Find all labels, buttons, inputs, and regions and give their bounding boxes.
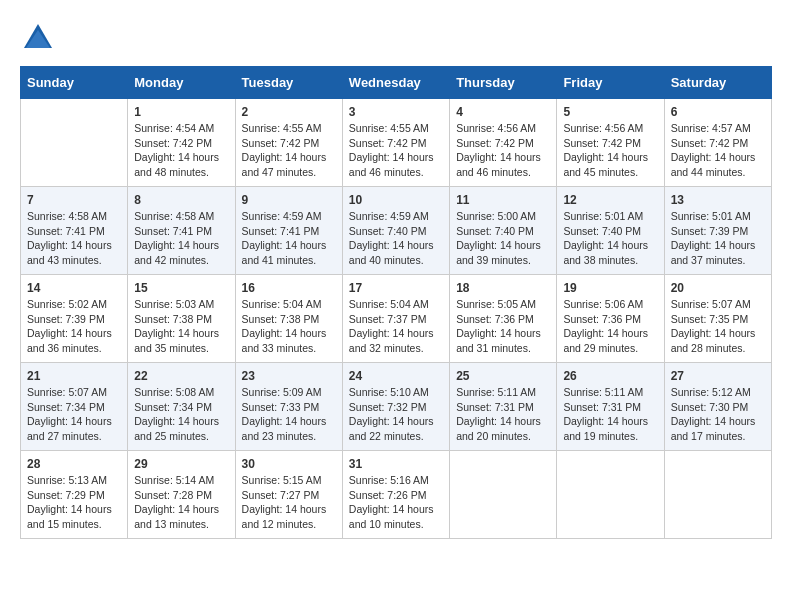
sunrise: Sunrise: 4:59 AM <box>349 210 429 222</box>
daylight: Daylight: 14 hours and 19 minutes. <box>563 415 648 442</box>
cell-info: Sunrise: 4:54 AM Sunset: 7:42 PM Dayligh… <box>134 121 228 180</box>
week-row-3: 21 Sunrise: 5:07 AM Sunset: 7:34 PM Dayl… <box>21 363 772 451</box>
cell-info: Sunrise: 5:11 AM Sunset: 7:31 PM Dayligh… <box>563 385 657 444</box>
daylight: Daylight: 14 hours and 22 minutes. <box>349 415 434 442</box>
calendar-cell: 16 Sunrise: 5:04 AM Sunset: 7:38 PM Dayl… <box>235 275 342 363</box>
sunset: Sunset: 7:40 PM <box>349 225 427 237</box>
cell-info: Sunrise: 5:01 AM Sunset: 7:40 PM Dayligh… <box>563 209 657 268</box>
daylight: Daylight: 14 hours and 13 minutes. <box>134 503 219 530</box>
day-number: 10 <box>349 193 443 207</box>
sunrise: Sunrise: 5:15 AM <box>242 474 322 486</box>
weekday-header-friday: Friday <box>557 67 664 99</box>
weekday-header-sunday: Sunday <box>21 67 128 99</box>
daylight: Daylight: 14 hours and 41 minutes. <box>242 239 327 266</box>
sunset: Sunset: 7:30 PM <box>671 401 749 413</box>
calendar-cell: 9 Sunrise: 4:59 AM Sunset: 7:41 PM Dayli… <box>235 187 342 275</box>
sunrise: Sunrise: 5:04 AM <box>242 298 322 310</box>
sunset: Sunset: 7:27 PM <box>242 489 320 501</box>
sunset: Sunset: 7:36 PM <box>456 313 534 325</box>
sunset: Sunset: 7:32 PM <box>349 401 427 413</box>
calendar-cell: 7 Sunrise: 4:58 AM Sunset: 7:41 PM Dayli… <box>21 187 128 275</box>
sunrise: Sunrise: 5:01 AM <box>563 210 643 222</box>
sunset: Sunset: 7:42 PM <box>242 137 320 149</box>
sunrise: Sunrise: 5:03 AM <box>134 298 214 310</box>
calendar-cell: 24 Sunrise: 5:10 AM Sunset: 7:32 PM Dayl… <box>342 363 449 451</box>
calendar-cell <box>450 451 557 539</box>
sunrise: Sunrise: 4:58 AM <box>27 210 107 222</box>
calendar-cell: 3 Sunrise: 4:55 AM Sunset: 7:42 PM Dayli… <box>342 99 449 187</box>
sunset: Sunset: 7:42 PM <box>563 137 641 149</box>
day-number: 14 <box>27 281 121 295</box>
sunrise: Sunrise: 5:11 AM <box>563 386 643 398</box>
calendar-cell: 21 Sunrise: 5:07 AM Sunset: 7:34 PM Dayl… <box>21 363 128 451</box>
week-row-1: 7 Sunrise: 4:58 AM Sunset: 7:41 PM Dayli… <box>21 187 772 275</box>
calendar-cell: 25 Sunrise: 5:11 AM Sunset: 7:31 PM Dayl… <box>450 363 557 451</box>
cell-info: Sunrise: 4:59 AM Sunset: 7:40 PM Dayligh… <box>349 209 443 268</box>
sunrise: Sunrise: 4:59 AM <box>242 210 322 222</box>
day-number: 2 <box>242 105 336 119</box>
cell-info: Sunrise: 5:07 AM Sunset: 7:35 PM Dayligh… <box>671 297 765 356</box>
cell-info: Sunrise: 5:04 AM Sunset: 7:38 PM Dayligh… <box>242 297 336 356</box>
sunrise: Sunrise: 4:56 AM <box>563 122 643 134</box>
cell-info: Sunrise: 5:05 AM Sunset: 7:36 PM Dayligh… <box>456 297 550 356</box>
sunset: Sunset: 7:35 PM <box>671 313 749 325</box>
calendar-cell: 28 Sunrise: 5:13 AM Sunset: 7:29 PM Dayl… <box>21 451 128 539</box>
weekday-header-thursday: Thursday <box>450 67 557 99</box>
calendar-cell: 22 Sunrise: 5:08 AM Sunset: 7:34 PM Dayl… <box>128 363 235 451</box>
sunset: Sunset: 7:29 PM <box>27 489 105 501</box>
sunrise: Sunrise: 4:56 AM <box>456 122 536 134</box>
daylight: Daylight: 14 hours and 40 minutes. <box>349 239 434 266</box>
day-number: 22 <box>134 369 228 383</box>
daylight: Daylight: 14 hours and 35 minutes. <box>134 327 219 354</box>
cell-info: Sunrise: 5:09 AM Sunset: 7:33 PM Dayligh… <box>242 385 336 444</box>
day-number: 1 <box>134 105 228 119</box>
calendar-cell: 29 Sunrise: 5:14 AM Sunset: 7:28 PM Dayl… <box>128 451 235 539</box>
sunset: Sunset: 7:31 PM <box>563 401 641 413</box>
sunrise: Sunrise: 5:02 AM <box>27 298 107 310</box>
daylight: Daylight: 14 hours and 29 minutes. <box>563 327 648 354</box>
daylight: Daylight: 14 hours and 23 minutes. <box>242 415 327 442</box>
sunrise: Sunrise: 4:55 AM <box>242 122 322 134</box>
sunset: Sunset: 7:28 PM <box>134 489 212 501</box>
day-number: 20 <box>671 281 765 295</box>
sunset: Sunset: 7:39 PM <box>671 225 749 237</box>
daylight: Daylight: 14 hours and 27 minutes. <box>27 415 112 442</box>
cell-info: Sunrise: 5:00 AM Sunset: 7:40 PM Dayligh… <box>456 209 550 268</box>
calendar-cell: 23 Sunrise: 5:09 AM Sunset: 7:33 PM Dayl… <box>235 363 342 451</box>
calendar-cell: 13 Sunrise: 5:01 AM Sunset: 7:39 PM Dayl… <box>664 187 771 275</box>
cell-info: Sunrise: 5:15 AM Sunset: 7:27 PM Dayligh… <box>242 473 336 532</box>
sunset: Sunset: 7:40 PM <box>563 225 641 237</box>
calendar-cell <box>21 99 128 187</box>
cell-info: Sunrise: 5:13 AM Sunset: 7:29 PM Dayligh… <box>27 473 121 532</box>
sunset: Sunset: 7:34 PM <box>134 401 212 413</box>
calendar-cell: 12 Sunrise: 5:01 AM Sunset: 7:40 PM Dayl… <box>557 187 664 275</box>
calendar-cell <box>557 451 664 539</box>
daylight: Daylight: 14 hours and 31 minutes. <box>456 327 541 354</box>
sunrise: Sunrise: 5:14 AM <box>134 474 214 486</box>
sunset: Sunset: 7:34 PM <box>27 401 105 413</box>
daylight: Daylight: 14 hours and 12 minutes. <box>242 503 327 530</box>
cell-info: Sunrise: 5:11 AM Sunset: 7:31 PM Dayligh… <box>456 385 550 444</box>
calendar-cell: 27 Sunrise: 5:12 AM Sunset: 7:30 PM Dayl… <box>664 363 771 451</box>
daylight: Daylight: 14 hours and 46 minutes. <box>456 151 541 178</box>
day-number: 29 <box>134 457 228 471</box>
daylight: Daylight: 14 hours and 42 minutes. <box>134 239 219 266</box>
cell-info: Sunrise: 5:12 AM Sunset: 7:30 PM Dayligh… <box>671 385 765 444</box>
calendar-cell: 2 Sunrise: 4:55 AM Sunset: 7:42 PM Dayli… <box>235 99 342 187</box>
sunrise: Sunrise: 5:06 AM <box>563 298 643 310</box>
daylight: Daylight: 14 hours and 36 minutes. <box>27 327 112 354</box>
sunrise: Sunrise: 5:13 AM <box>27 474 107 486</box>
page-header <box>20 20 772 56</box>
sunset: Sunset: 7:38 PM <box>242 313 320 325</box>
sunset: Sunset: 7:42 PM <box>134 137 212 149</box>
daylight: Daylight: 14 hours and 32 minutes. <box>349 327 434 354</box>
calendar-cell: 17 Sunrise: 5:04 AM Sunset: 7:37 PM Dayl… <box>342 275 449 363</box>
day-number: 27 <box>671 369 765 383</box>
day-number: 30 <box>242 457 336 471</box>
sunrise: Sunrise: 5:04 AM <box>349 298 429 310</box>
calendar-cell: 18 Sunrise: 5:05 AM Sunset: 7:36 PM Dayl… <box>450 275 557 363</box>
cell-info: Sunrise: 4:58 AM Sunset: 7:41 PM Dayligh… <box>134 209 228 268</box>
week-row-0: 1 Sunrise: 4:54 AM Sunset: 7:42 PM Dayli… <box>21 99 772 187</box>
sunset: Sunset: 7:33 PM <box>242 401 320 413</box>
calendar-cell: 15 Sunrise: 5:03 AM Sunset: 7:38 PM Dayl… <box>128 275 235 363</box>
